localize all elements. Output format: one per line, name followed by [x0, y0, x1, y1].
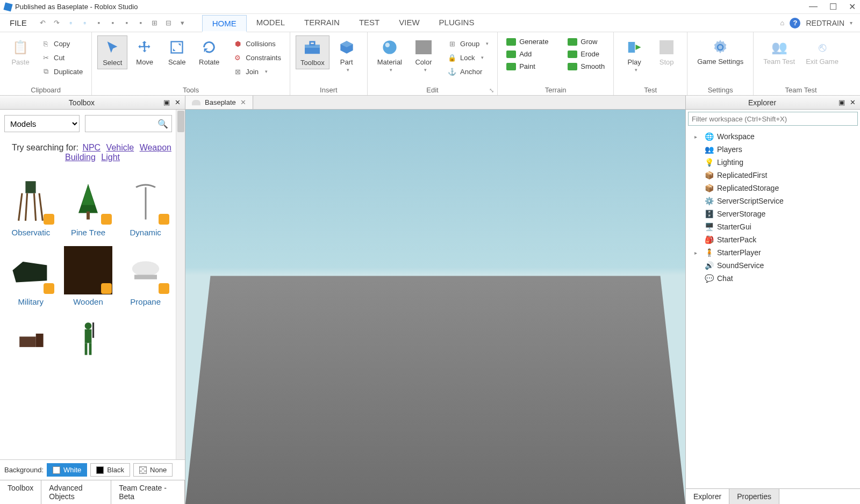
toolbox-item[interactable]: Pine Tree — [62, 176, 115, 237]
rotate-button[interactable]: Rotate — [194, 35, 224, 68]
viewport-tab-baseplate[interactable]: Baseplate ✕ — [185, 96, 253, 109]
bottom-tab-advanced-objects[interactable]: Advanced Objects — [41, 480, 111, 504]
qat-cube-4-icon[interactable]: ▪ — [135, 18, 146, 28]
material-button[interactable]: Material ▾ — [373, 35, 406, 75]
scale-button[interactable]: Scale — [162, 35, 192, 68]
suggestion-building[interactable]: Building — [65, 153, 96, 162]
tree-node-replicatedfirst[interactable]: 📦ReplicatedFirst — [686, 169, 860, 182]
move-button[interactable]: Move — [130, 35, 160, 68]
tree-node-chat[interactable]: 💬Chat — [686, 272, 860, 285]
toolbox-item[interactable] — [62, 315, 115, 364]
add-button[interactable]: Add — [503, 49, 551, 59]
toolbox-popout-button[interactable]: ▣ — [162, 98, 171, 107]
suggestion-weapon[interactable]: Weapon — [140, 143, 171, 152]
explorer-close-button[interactable]: ✕ — [848, 98, 857, 107]
tab-test[interactable]: TEST — [349, 15, 389, 32]
bottom-tab-team-create[interactable]: Team Create - Beta — [111, 480, 185, 504]
toolbox-close-button[interactable]: ✕ — [173, 98, 182, 107]
toolbox-item[interactable]: Propane — [119, 246, 172, 306]
suggestion-light[interactable]: Light — [101, 153, 120, 162]
tab-plugins[interactable]: PLUGINS — [429, 15, 484, 32]
toolbox-item[interactable]: Military — [4, 246, 58, 306]
toolbox-scrollbar[interactable] — [176, 110, 185, 459]
qat-cube-3-icon[interactable]: ▪ — [121, 18, 132, 28]
team-test-button[interactable]: 👥 Team Test — [759, 35, 799, 68]
baseplate-tab-close[interactable]: ✕ — [240, 98, 246, 106]
maximize-button[interactable]: ☐ — [829, 2, 837, 12]
tree-node-replicatedstorage[interactable]: 📦ReplicatedStorage — [686, 182, 860, 195]
select-button[interactable]: Select — [97, 35, 127, 69]
qat-icon-2[interactable]: ▫ — [80, 18, 90, 28]
redo-icon[interactable]: ↷ — [52, 18, 62, 28]
close-button[interactable]: ✕ — [849, 2, 856, 12]
settings-icon[interactable]: ⌂ — [780, 19, 785, 27]
viewport-3d[interactable] — [185, 110, 685, 504]
username-label[interactable]: REDTRAIN — [806, 19, 844, 27]
tab-model[interactable]: MODEL — [247, 15, 295, 32]
toolbox-search-input[interactable]: 🔍 — [85, 115, 172, 132]
duplicate-button[interactable]: ⧉Duplicate — [38, 66, 86, 77]
tree-node-serverstorage[interactable]: 🗄️ServerStorage — [686, 207, 860, 220]
suggestion-npc[interactable]: NPC — [82, 143, 101, 152]
help-icon[interactable]: ? — [790, 18, 800, 28]
edit-expand-icon[interactable]: ⤡ — [488, 87, 495, 94]
bg-none-button[interactable]: None — [133, 463, 173, 477]
color-button[interactable]: Color ▾ — [408, 35, 439, 75]
tab-view[interactable]: VIEW — [389, 15, 429, 32]
paste-button[interactable]: 📋 Paste — [5, 35, 35, 68]
collisions-button[interactable]: ⬢Collisions — [230, 38, 284, 49]
tree-node-workspace[interactable]: ▸🌐Workspace — [686, 130, 860, 143]
qat-cube-1-icon[interactable]: ▪ — [94, 18, 104, 28]
stop-button[interactable]: Stop — [651, 35, 682, 68]
game-settings-button[interactable]: Game Settings — [693, 35, 748, 68]
smooth-button[interactable]: Smooth — [564, 61, 608, 71]
bottom-tab-toolbox[interactable]: Toolbox — [0, 480, 41, 504]
exit-game-button[interactable]: ⎋ Exit Game — [801, 35, 843, 68]
minimize-button[interactable]: — — [809, 2, 818, 12]
expand-arrow-icon[interactable]: ▸ — [694, 134, 701, 140]
erode-button[interactable]: Erode — [564, 49, 608, 59]
bottom-tab-explorer[interactable]: Explorer — [686, 489, 729, 504]
undo-icon[interactable]: ↶ — [38, 18, 48, 28]
bg-black-button[interactable]: Black — [90, 463, 130, 477]
part-button[interactable]: Part ▾ — [332, 35, 362, 75]
join-button[interactable]: ⊠Join▾ — [230, 66, 284, 77]
tree-node-lighting[interactable]: 💡Lighting — [686, 156, 860, 169]
toolbox-item[interactable]: Dynamic — [119, 176, 172, 237]
toolbox-item[interactable]: Wooden — [62, 246, 115, 306]
expand-arrow-icon[interactable]: ▸ — [694, 250, 701, 256]
toolbox-item[interactable]: Observatic — [4, 176, 58, 237]
qat-dropdown-icon[interactable]: ▾ — [177, 18, 188, 28]
copy-button[interactable]: ⎘Copy — [38, 38, 86, 49]
qat-ungroup-icon[interactable]: ⊟ — [163, 18, 174, 28]
explorer-popout-button[interactable]: ▣ — [837, 98, 846, 107]
play-button[interactable]: Play ▾ — [619, 35, 649, 75]
group-button[interactable]: ⊞Group▾ — [444, 38, 492, 49]
bottom-tab-properties[interactable]: Properties — [729, 489, 779, 504]
qat-cube-2-icon[interactable]: ▪ — [108, 18, 118, 28]
file-menu[interactable]: FILE — [3, 16, 33, 30]
tree-node-starterplayer[interactable]: ▸🧍StarterPlayer — [686, 246, 860, 259]
tab-home[interactable]: HOME — [202, 15, 247, 32]
paint-button[interactable]: Paint — [503, 61, 551, 71]
explorer-filter-input[interactable] — [689, 112, 857, 125]
tab-terrain[interactable]: TERRAIN — [295, 15, 349, 32]
toolbox-item[interactable] — [4, 315, 58, 364]
tree-node-startergui[interactable]: 🖥️StarterGui — [686, 220, 860, 233]
qat-icon-1[interactable]: ▫ — [66, 18, 76, 28]
anchor-button[interactable]: ⚓Anchor — [444, 66, 492, 77]
tree-node-starterpack[interactable]: 🎒StarterPack — [686, 233, 860, 246]
grow-button[interactable]: Grow — [564, 37, 608, 47]
toolbox-button[interactable]: Toolbox — [296, 35, 329, 69]
toolbox-category-select[interactable]: Models — [4, 115, 80, 132]
bg-white-button[interactable]: White — [47, 463, 87, 477]
cut-button[interactable]: ✂Cut — [38, 52, 86, 63]
tree-node-serverscriptservice[interactable]: ⚙️ServerScriptService — [686, 195, 860, 207]
qat-group-icon[interactable]: ⊞ — [149, 18, 160, 28]
tree-node-players[interactable]: 👥Players — [686, 143, 860, 156]
generate-button[interactable]: Generate — [503, 37, 551, 47]
lock-button[interactable]: 🔒Lock▾ — [444, 52, 492, 63]
tree-node-soundservice[interactable]: 🔊SoundService — [686, 259, 860, 272]
user-dropdown-icon[interactable]: ▾ — [850, 20, 852, 26]
constraints-button[interactable]: ⚙Constraints — [230, 52, 284, 63]
